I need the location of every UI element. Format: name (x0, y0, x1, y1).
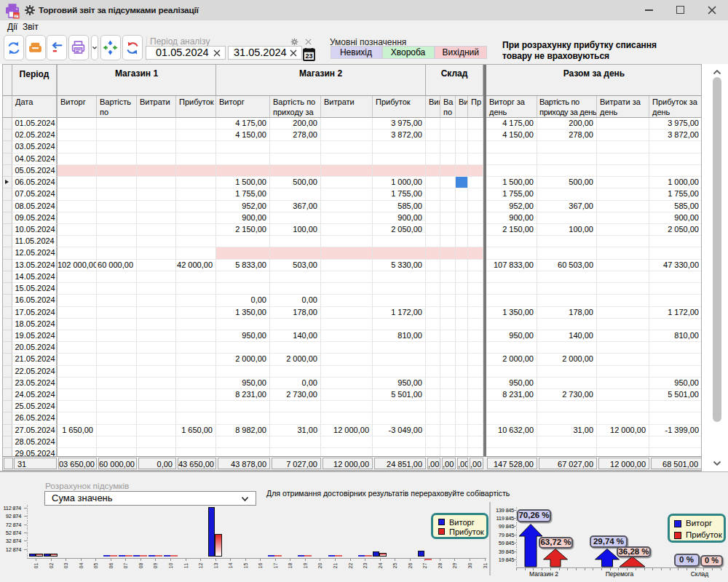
svg-text:23: 23 (305, 52, 312, 60)
